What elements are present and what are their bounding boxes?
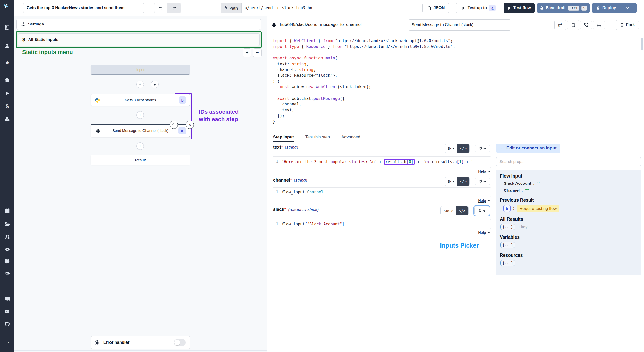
json-button[interactable]: JSON [422,3,449,13]
text-mode-toggle: ${} </> [445,144,470,153]
suspend-phone-button[interactable] [580,20,592,30]
fork-label: Fork [626,23,635,27]
step-b-id-badge[interactable]: b [179,96,186,104]
redo-button[interactable] [167,3,181,13]
chevron-down-icon [487,170,491,173]
step-a-id-badge[interactable]: a [178,127,186,134]
help-link[interactable]: Help [478,231,486,235]
deploy-menu-button[interactable] [622,3,633,13]
tab-test-this-step[interactable]: Test this step [305,132,330,142]
line-number: 1 [273,222,282,226]
code-scrollbar[interactable] [641,38,643,50]
box-button[interactable] [567,20,579,30]
previous-result-heading: Previous Result [500,198,637,203]
zoom-in-button[interactable]: + [243,48,251,57]
flow-settings-button[interactable]: Settings [16,19,261,30]
docs-book-icon[interactable] [4,296,10,302]
trigger-bolt-button[interactable] [151,81,159,88]
slack-mode-toggle: Static </> [440,206,469,215]
variables-dollar-icon[interactable]: $ [4,103,10,109]
channel-expr-editor[interactable]: 1 flow_input.Channel [273,187,491,197]
flow-node-input[interactable]: Input [91,65,190,75]
edit-or-connect-label: Edit or connect an input [506,146,557,151]
tab-step-input[interactable]: Step Input [273,132,294,142]
step-summary-input[interactable] [408,19,511,31]
discord-icon[interactable] [4,309,10,314]
bed-icon [597,23,601,28]
home-icon[interactable] [4,77,10,83]
connect-input-plug-button[interactable] [474,206,489,215]
error-handler-toggle[interactable] [174,339,186,346]
runs-play-icon[interactable] [4,91,10,96]
add-step-button[interactable]: + [136,81,144,88]
search-prop-input[interactable] [496,157,641,166]
step-b-chip[interactable]: b [503,205,511,212]
delete-step-button[interactable]: × [186,121,194,129]
favorites-star-icon[interactable]: ★ [4,60,10,65]
github-icon[interactable] [4,321,10,327]
windmill-flow-editor: ★ $ [0,0,644,352]
all-static-inputs-button[interactable]: $ All Static Inputs [18,33,260,46]
help-link[interactable]: Help [478,199,486,203]
slack-expr-content: flow_input["Slack Account"] [282,222,344,226]
tab-advanced[interactable]: Advanced [341,132,360,142]
user-icon[interactable] [4,43,10,48]
sliders-icon [21,22,26,27]
windmill-logo[interactable] [3,3,11,11]
workspace-icon[interactable] [4,25,10,30]
ai-robot-icon[interactable] [4,270,10,276]
edit-or-connect-button[interactable]: ← Edit or connect an input [496,144,560,153]
static-mode-button[interactable]: Static [441,206,456,215]
object-expand-chip[interactable]: {...} [500,224,515,230]
code-mode-button[interactable]: </> [457,177,469,186]
plug-arrow-icon [479,179,486,184]
input-node-label: Input [136,68,145,72]
resources-row: {...} [500,260,637,266]
add-step-button[interactable]: + [136,111,144,119]
slack-expr-editor[interactable]: 1 flow_input["Slack Account"] [273,219,491,229]
folders-icon[interactable] [4,221,10,227]
test-flow-button[interactable]: Test flow [504,3,535,13]
static-mode-button[interactable]: ${} [445,144,457,153]
zoom-out-button[interactable]: − [253,48,262,57]
script-code-editor[interactable]: import { WebClient } from "https://deno.… [267,34,644,132]
add-step-button[interactable]: + [136,142,144,150]
pencil-icon: ✎ [224,6,228,10]
plug-button-highlight [473,205,490,216]
settings-gear-icon[interactable] [4,258,10,264]
test-up-to-button[interactable]: Test up to a [456,3,501,13]
save-draft-button[interactable]: Save draft Ctrl S [537,3,590,13]
schedules-calendar-icon[interactable] [4,208,10,214]
undo-button[interactable] [154,3,167,13]
audit-eye-icon[interactable] [4,247,10,252]
back-arrow-icon: ← [500,146,504,151]
prop-row-slack-account[interactable]: Slack Account : "" [504,181,637,186]
reload-script-button[interactable]: ⇄ [554,20,566,30]
flow-node-step-b[interactable]: Gets 3 best stories b [91,94,190,106]
path-input[interactable] [242,3,353,13]
text-expr-editor[interactable]: 1 `Here are the 3 most popular stories: … [273,156,491,168]
help-row: Help [273,199,491,203]
fork-button[interactable]: Fork [616,20,639,30]
resources-cubes-icon[interactable] [4,116,10,122]
prop-value: "" [537,181,541,186]
connect-input-plug-button[interactable] [475,177,490,186]
prop-row-channel[interactable]: Channel : "" [504,188,637,193]
line-number: 1 [273,190,282,195]
move-step-handle[interactable] [170,121,178,129]
expand-rail-arrow-icon[interactable]: → [4,339,10,344]
static-mode-button[interactable]: ${} [445,177,457,186]
sleep-bed-button[interactable] [593,20,605,30]
flow-title-input[interactable] [23,3,144,13]
workers-groups-icon[interactable] [4,234,10,240]
code-mode-button[interactable]: </> [457,144,469,153]
connect-input-plug-button[interactable] [475,144,490,153]
deploy-button[interactable]: Deploy [592,3,620,13]
help-link[interactable]: Help [478,169,486,173]
deploy-split-button: Deploy [592,3,637,13]
play-icon [507,6,511,10]
object-expand-chip[interactable]: {...} [500,260,515,266]
object-expand-chip[interactable]: {...} [500,242,515,248]
code-mode-button[interactable]: </> [456,206,468,215]
flow-node-result[interactable]: Result [91,155,190,165]
